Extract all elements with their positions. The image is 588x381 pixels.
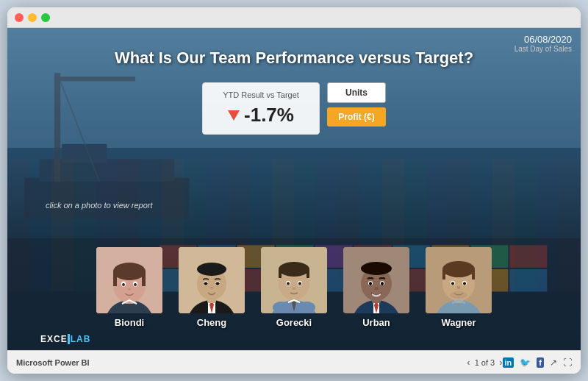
minimize-button[interactable] bbox=[28, 13, 37, 22]
twitter-icon[interactable]: 🐦 bbox=[520, 357, 531, 368]
person-avatar-wagner bbox=[426, 247, 492, 313]
svg-point-50 bbox=[197, 263, 226, 276]
person-name-cheng: Cheng bbox=[197, 317, 226, 328]
kpi-box: YTD Result vs Target -1.7% bbox=[202, 82, 320, 135]
svg-rect-37 bbox=[113, 271, 117, 286]
svg-rect-64 bbox=[306, 269, 309, 278]
taskbar: Microsoft Power BI ‹ 1 of 3 › in 🐦 f ↗ ⛶ bbox=[7, 350, 581, 374]
person-avatar-urban bbox=[343, 247, 409, 313]
svg-point-91 bbox=[451, 282, 454, 285]
person-card-urban[interactable]: Urban bbox=[343, 247, 409, 328]
svg-rect-87 bbox=[442, 269, 445, 279]
person-name-gorecki: Gorecki bbox=[276, 317, 312, 328]
kpi-buttons: Units Profit (€) bbox=[327, 82, 386, 127]
logo-area: EXCELAB bbox=[40, 334, 90, 344]
person-photo-gorecki bbox=[261, 247, 327, 313]
kpi-value: -1.7% bbox=[244, 104, 294, 127]
svg-point-59 bbox=[298, 302, 315, 313]
svg-point-43 bbox=[128, 288, 131, 291]
page-current: 1 bbox=[475, 358, 479, 367]
svg-point-58 bbox=[273, 302, 290, 313]
svg-rect-88 bbox=[472, 269, 475, 279]
person-card-gorecki[interactable]: Gorecki bbox=[261, 247, 327, 328]
person-card-cheng[interactable]: Cheng bbox=[179, 247, 245, 328]
date-text: 06/08/2020 bbox=[514, 34, 572, 45]
close-button[interactable] bbox=[15, 13, 24, 22]
svg-point-67 bbox=[287, 282, 290, 285]
svg-point-86 bbox=[442, 261, 475, 277]
profit-button[interactable]: Profit (€) bbox=[327, 107, 386, 127]
person-photo-urban bbox=[343, 247, 409, 313]
instruction-text: click on a photo to view report bbox=[46, 201, 153, 210]
taskbar-icons: in 🐦 f ↗ ⛶ bbox=[503, 357, 572, 368]
date-subtitle: Last Day of Sales bbox=[514, 45, 572, 53]
kpi-area: YTD Result vs Target -1.7% Units Profit … bbox=[7, 82, 581, 135]
down-arrow-icon bbox=[228, 110, 240, 121]
svg-rect-63 bbox=[279, 269, 282, 278]
facebook-icon[interactable]: f bbox=[537, 357, 544, 368]
svg-point-80 bbox=[381, 282, 384, 285]
app-window: 06/08/2020 Last Day of Sales What Is Our… bbox=[7, 7, 581, 374]
person-photo-biondi bbox=[96, 247, 162, 313]
person-card-biondi[interactable]: Biondi bbox=[96, 247, 162, 328]
person-card-wagner[interactable]: Wagner bbox=[426, 247, 492, 328]
person-photo-cheng bbox=[179, 247, 245, 313]
page-navigation: ‹ 1 of 3 › bbox=[467, 357, 502, 368]
share-icon[interactable]: ↗ bbox=[550, 357, 557, 368]
svg-point-62 bbox=[279, 262, 309, 277]
slide-title: What Is Our Team Performance versus Targ… bbox=[7, 28, 581, 68]
person-name-wagner: Wagner bbox=[441, 317, 476, 328]
person-avatar-cheng bbox=[179, 247, 245, 313]
maximize-button[interactable] bbox=[41, 13, 50, 22]
svg-point-36 bbox=[113, 263, 146, 280]
person-photo-wagner bbox=[426, 247, 492, 313]
svg-rect-38 bbox=[142, 271, 146, 286]
traffic-lights bbox=[15, 13, 50, 22]
svg-point-68 bbox=[298, 282, 301, 285]
person-name-biondi: Biondi bbox=[115, 317, 144, 328]
persons-area: Biondi bbox=[7, 247, 581, 328]
page-total: 3 bbox=[490, 358, 495, 367]
svg-point-42 bbox=[134, 283, 137, 286]
svg-point-92 bbox=[463, 282, 466, 285]
svg-point-55 bbox=[210, 287, 213, 289]
kpi-value-row: -1.7% bbox=[216, 104, 306, 127]
linkedin-icon[interactable]: in bbox=[503, 357, 514, 368]
svg-point-81 bbox=[374, 287, 379, 290]
person-avatar-biondi bbox=[96, 247, 162, 313]
svg-point-53 bbox=[204, 282, 208, 285]
main-content: 06/08/2020 Last Day of Sales What Is Our… bbox=[7, 28, 581, 374]
units-button[interactable]: Units bbox=[327, 82, 386, 103]
date-area: 06/08/2020 Last Day of Sales bbox=[514, 34, 572, 53]
prev-page-button[interactable]: ‹ bbox=[467, 357, 470, 368]
slide-area: 06/08/2020 Last Day of Sales What Is Our… bbox=[7, 28, 581, 350]
slide-overlay: 06/08/2020 Last Day of Sales What Is Our… bbox=[7, 28, 581, 350]
title-bar bbox=[7, 7, 581, 28]
page-indicator: 1 of 3 bbox=[475, 358, 495, 367]
person-name-urban: Urban bbox=[362, 317, 390, 328]
fullscreen-icon[interactable]: ⛶ bbox=[563, 357, 572, 368]
page-of-label: of bbox=[481, 358, 490, 367]
kpi-label: YTD Result vs Target bbox=[216, 90, 306, 99]
svg-point-94 bbox=[457, 286, 461, 289]
svg-point-76 bbox=[361, 262, 392, 275]
logo-text: EXCELAB bbox=[40, 334, 90, 344]
person-avatar-gorecki bbox=[261, 247, 327, 313]
svg-point-79 bbox=[369, 282, 372, 285]
svg-point-54 bbox=[216, 282, 220, 285]
svg-point-69 bbox=[293, 287, 296, 290]
svg-point-41 bbox=[122, 283, 125, 286]
app-name-label: Microsoft Power BI bbox=[16, 358, 467, 367]
